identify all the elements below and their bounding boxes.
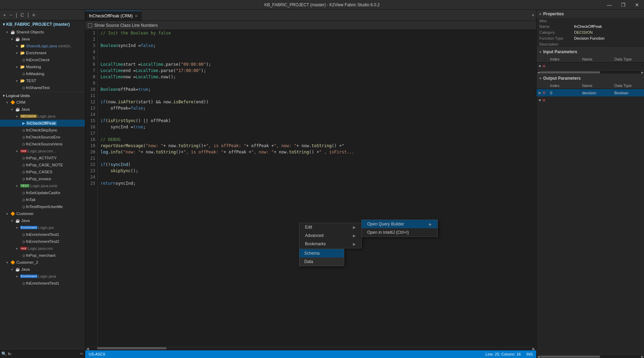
tree-crm[interactable]: ▾ 🔶 CRM bbox=[0, 99, 85, 106]
prop-name-value[interactable]: fnCheckOffPeak bbox=[571, 24, 644, 30]
scrollbar-track[interactable] bbox=[90, 347, 531, 350]
input-params-header[interactable]: ▾ Input Parameters bbox=[537, 48, 644, 56]
remove-button[interactable]: − bbox=[8, 11, 13, 18]
title-bar: KB_FABRIC_PROJECT (master) - K2View Fabr… bbox=[0, 0, 644, 10]
status-right: Line: 25; Column: 16 INS bbox=[485, 352, 533, 356]
open-in-intellij-item[interactable]: Open in IntelliJ (Ctrl+I) bbox=[362, 228, 437, 237]
input-scroll-right[interactable]: ▶ bbox=[641, 71, 644, 74]
output-delete-button[interactable]: ✕ bbox=[542, 90, 546, 95]
output-scrollbar-thumb[interactable] bbox=[540, 356, 600, 358]
input-params-section: ▾ Input Parameters Index Name Data Type … bbox=[537, 48, 644, 74]
tree-enrich-logic2[interactable]: ▾ Enrichment Logic.java bbox=[0, 273, 85, 280]
tree-fnpop-invoice[interactable]: ◇ fnPop_invoice bbox=[0, 175, 85, 182]
asterisk-icon: ✶ bbox=[538, 64, 541, 69]
code-scrollbar-horizontal[interactable]: ◀ ▶ bbox=[85, 347, 536, 350]
scroll-left-arrow[interactable]: ◀ bbox=[85, 347, 90, 350]
menu-button[interactable]: ≡ bbox=[31, 11, 36, 18]
project-header[interactable]: ▾ KB_FABRIC_PROJECT (master) bbox=[0, 20, 85, 29]
tree-shared-objects[interactable]: ▾ ☕ Shared Objects bbox=[0, 29, 85, 35]
maximize-button[interactable]: ❐ bbox=[616, 0, 630, 9]
output-scroll-left[interactable]: ◀ bbox=[537, 355, 540, 358]
tree-fnchecksourceenv[interactable]: ◇ fnCheckSourceEnv bbox=[0, 134, 85, 141]
tree-fnpop-case-note[interactable]: ◇ fnPop_CASE_NOTE bbox=[0, 161, 85, 168]
tree-customer2[interactable]: ▾ 🔶 Customer_2 bbox=[0, 259, 85, 266]
code-editor: 12345 678910 1112131415 1617181920 21222… bbox=[85, 21, 536, 347]
tree-sharedlogic[interactable]: ▾ 📁 SharedLogic.java comk2v... bbox=[0, 42, 85, 49]
tree-masking[interactable]: ▾ 📂 Masking bbox=[0, 63, 85, 70]
close-button[interactable]: ✕ bbox=[630, 0, 644, 9]
input-scrollbar[interactable]: ◀ ▶ bbox=[537, 70, 644, 74]
edit-icon[interactable]: ✏ bbox=[80, 351, 83, 356]
properties-header[interactable]: ▾ Properties bbox=[537, 10, 644, 18]
tab-close-icon[interactable]: × bbox=[135, 13, 138, 19]
output-params-columns: Index Name Data Type bbox=[537, 82, 644, 89]
tree-fnchecksourceversi[interactable]: ◇ fnCheckSourceVersi bbox=[0, 141, 85, 148]
context-edit[interactable]: Edit ▶ bbox=[299, 223, 361, 231]
tree-enrich-logic[interactable]: ▾ Enrichment Logic.jav bbox=[0, 224, 85, 231]
tree-java-shared[interactable]: ▾ ☕ Java bbox=[0, 35, 85, 42]
tree-fnmasking[interactable]: ◇ fnMasking bbox=[0, 70, 85, 77]
scroll-right-arrow[interactable]: ▶ bbox=[531, 347, 536, 350]
tree-fnpop-merchant[interactable]: ◇ fnPop_merchant bbox=[0, 252, 85, 259]
tree-customer2-label: Customer_2 bbox=[16, 260, 38, 264]
tree-fnpop-activity[interactable]: ◇ fnPop_ACTIVITY bbox=[0, 154, 85, 161]
tree-fnsharedtest[interactable]: ◇ fnSharedTest bbox=[0, 84, 85, 91]
context-bookmarks[interactable]: Bookmarks ▶ bbox=[299, 240, 361, 248]
tree-java-customer2[interactable]: ▾ ☕ Java bbox=[0, 266, 85, 273]
collapse-button[interactable]: C bbox=[19, 11, 25, 18]
output-name-cell: decision bbox=[580, 91, 612, 95]
tree-test-logic[interactable]: ▾ TEST Logic.java comk bbox=[0, 182, 85, 189]
input-scrollbar-thumb[interactable] bbox=[540, 71, 600, 73]
tree-fntestreportuser[interactable]: ◇ fnTestReportUserMe bbox=[0, 203, 85, 210]
tree-root-logic[interactable]: ▾ root Logic.java com... bbox=[0, 148, 85, 154]
tree-fnsetupdatecaske[interactable]: ◇ fnSetUpdateCasKe bbox=[0, 189, 85, 196]
tree-testlogic-comk-label: comk bbox=[49, 184, 57, 188]
tree-java-crm[interactable]: ▾ ☕ Java bbox=[0, 106, 85, 113]
tree-java-customer[interactable]: ▾ ☕ Java bbox=[0, 217, 85, 224]
tree-fntali[interactable]: ◇ fnTali bbox=[0, 196, 85, 203]
prop-category-value[interactable]: DECISION bbox=[571, 30, 644, 35]
add-button[interactable]: + bbox=[2, 11, 7, 18]
output-scrollbar-track[interactable] bbox=[540, 356, 641, 358]
tree-fnerrorcheck[interactable]: ◇ fnErrorCheck bbox=[0, 56, 85, 63]
open-query-builder-item[interactable]: Open Query Builder ▶ bbox=[362, 220, 437, 228]
output-row-0[interactable]: ▶ ✕ 0 decision Boolean bbox=[537, 89, 644, 97]
main-layout: + − | C | ≡ ▾ KB_FABRIC_PROJECT (master)… bbox=[0, 10, 644, 358]
scrollbar-thumb[interactable] bbox=[97, 347, 167, 349]
code-content[interactable]: // Init the Boolean by false Boolean syn… bbox=[98, 30, 536, 347]
input-scroll-left[interactable]: ◀ bbox=[537, 71, 540, 74]
tree-fncheckskipsync[interactable]: ◇ fnCheckSkipSync bbox=[0, 127, 85, 134]
context-advanced[interactable]: Advanced ▶ bbox=[299, 231, 361, 240]
line-numbers-checkbox[interactable] bbox=[88, 23, 92, 27]
prop-desc-value[interactable] bbox=[571, 41, 644, 47]
tree-comk-label: com... bbox=[46, 149, 56, 153]
minimize-button[interactable]: — bbox=[602, 0, 616, 9]
input-scrollbar-track[interactable] bbox=[540, 71, 641, 73]
tab-fncheckoffpeak[interactable]: fnCheckOffPeak (CRM) × bbox=[85, 11, 142, 21]
search-icon: 🔍 bbox=[1, 351, 7, 356]
tree-fnenrichmenttest-bottom[interactable]: ◇ fnEnrichmentTest1 bbox=[0, 280, 85, 287]
tree-root-logic2[interactable]: ▾ root Logic.java com bbox=[0, 245, 85, 252]
code-line-24 bbox=[100, 174, 533, 180]
tree-fnpop-cases[interactable]: ◇ fnPop_CASES bbox=[0, 168, 85, 175]
tab-scroll-arrow[interactable]: ▾ bbox=[530, 10, 536, 21]
input-delete-button[interactable]: ✕ bbox=[542, 64, 546, 69]
tree-decision-logic[interactable]: ▾ DECISION Logic.java bbox=[0, 113, 85, 120]
tree-fncheckoffpeak[interactable]: ▶ fnCheckOffPeak bbox=[0, 120, 85, 127]
tree-customer[interactable]: ▾ 🔶 Customer bbox=[0, 210, 85, 217]
prop-functype-value[interactable]: Decision Function bbox=[571, 35, 644, 41]
output-scrollbar[interactable]: ◀ ▶ bbox=[537, 355, 644, 358]
tree-fnenrichmenttest2[interactable]: ◇ fnEnrichmentTest2 bbox=[0, 238, 85, 245]
code-line-25: return syncInd; bbox=[100, 180, 533, 186]
tree-enrichment-label: Enrichment bbox=[26, 51, 46, 55]
tree-fnenrichmenttest1[interactable]: ◇ fnEnrichmentTest1 bbox=[0, 231, 85, 238]
left-toolbar: + − | C | ≡ bbox=[0, 10, 85, 20]
output-params-header[interactable]: ▾ Output Parameters bbox=[537, 74, 644, 82]
context-edit-label: Edit bbox=[305, 225, 312, 230]
output-add-delete-button[interactable]: ✕ bbox=[542, 98, 546, 103]
tree-fnenrich-bottom-label: fnEnrichmentTest1 bbox=[26, 281, 59, 285]
output-scroll-right[interactable]: ▶ bbox=[641, 355, 644, 358]
search-input[interactable] bbox=[8, 352, 79, 356]
tree-test-shared[interactable]: ▾ 📂 TEST bbox=[0, 77, 85, 84]
tree-enrichment[interactable]: ▾ 📂 Enrichment bbox=[0, 49, 85, 56]
